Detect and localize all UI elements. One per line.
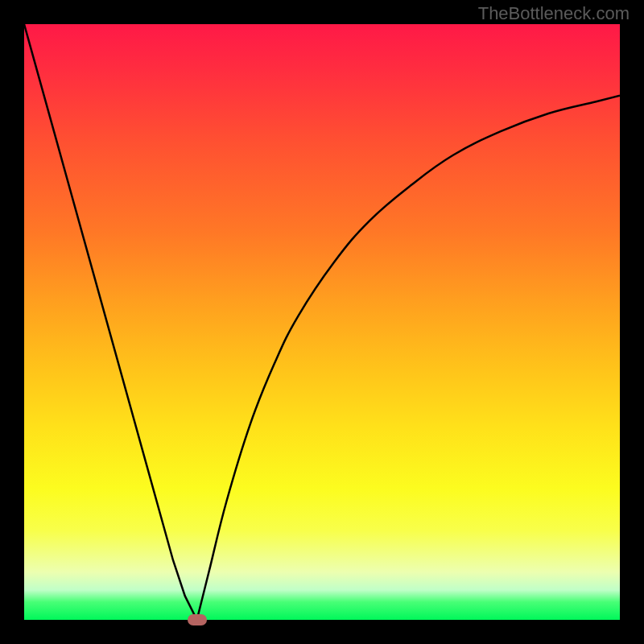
optimal-point-marker [188,614,207,625]
curve-right-branch [197,96,620,620]
curve-left-branch [24,24,197,620]
chart-plot-area [24,24,620,620]
watermark-text: TheBottleneck.com [478,3,630,24]
bottleneck-curve [24,24,620,620]
